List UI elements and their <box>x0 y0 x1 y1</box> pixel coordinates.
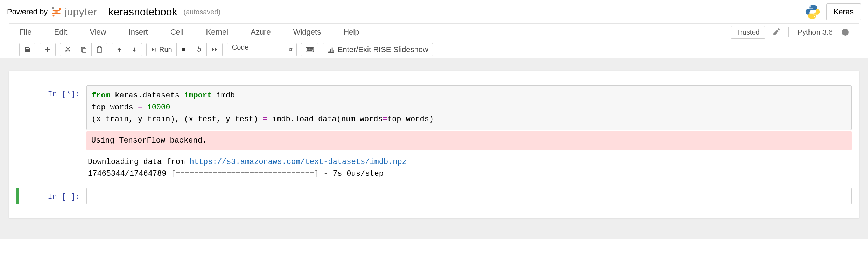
move-down-icon[interactable] <box>127 43 142 56</box>
svg-rect-15 <box>307 50 312 51</box>
run-button[interactable]: Run <box>146 43 177 56</box>
svg-point-2 <box>53 15 55 17</box>
svg-rect-6 <box>83 48 86 52</box>
svg-point-1 <box>59 8 61 10</box>
cell-type-select[interactable]: Code <box>227 43 297 56</box>
svg-rect-12 <box>308 48 309 49</box>
menu-view[interactable]: View <box>90 28 106 37</box>
interrupt-icon[interactable] <box>176 43 191 56</box>
restart-icon[interactable] <box>191 43 207 56</box>
cell-type-value: Code <box>232 43 249 51</box>
kernel-name[interactable]: Python 3.6 <box>798 28 833 36</box>
jupyter-logo[interactable]: jupyter <box>50 6 97 18</box>
notebook-name[interactable]: kerasnotebook <box>108 6 177 18</box>
pencil-icon[interactable] <box>771 27 782 38</box>
menu-file[interactable]: File <box>19 28 31 37</box>
output-stderr: Using TensorFlow backend. <box>86 131 852 150</box>
code-input-area[interactable]: from keras.datasets import imdb top_word… <box>86 85 852 130</box>
output-stdout: Downloading data from https://s3.amazona… <box>86 151 852 185</box>
menu-kernel[interactable]: Kernel <box>206 28 229 37</box>
menu-edit[interactable]: Edit <box>54 28 67 37</box>
add-cell-icon[interactable] <box>40 43 56 56</box>
run-label: Run <box>159 45 172 53</box>
svg-rect-14 <box>312 48 313 49</box>
python-icon <box>805 4 821 20</box>
notebook-page: In [*]: from keras.datasets import imdb … <box>0 58 868 239</box>
autosave-indicator: (autosaved) <box>184 8 221 16</box>
cut-icon[interactable] <box>60 43 76 56</box>
menu-insert[interactable]: Insert <box>129 28 148 37</box>
menubar: File Edit View Insert Cell Kernel Azure … <box>9 23 859 41</box>
svg-rect-11 <box>307 48 308 49</box>
code-cell-selected[interactable]: In [ ]: <box>16 188 852 204</box>
rise-slideshow-button[interactable]: Enter/Exit RISE Slideshow <box>323 43 433 56</box>
notebook-container: In [*]: from keras.datasets import imdb … <box>9 71 859 218</box>
jupyter-icon <box>50 6 62 18</box>
svg-rect-10 <box>306 47 314 52</box>
rise-label: Enter/Exit RISE Slideshow <box>338 45 428 54</box>
menu-widgets[interactable]: Widgets <box>293 28 321 37</box>
svg-rect-9 <box>182 48 186 51</box>
svg-point-4 <box>814 16 815 17</box>
code-cell[interactable]: In [*]: from keras.datasets import imdb … <box>16 85 852 185</box>
powered-by-label: Powered by <box>7 7 48 16</box>
copy-icon[interactable] <box>76 43 92 56</box>
toolbar: Run Code Enter/Exit RISE Slideshow <box>9 41 859 58</box>
code-input-area[interactable] <box>86 188 852 204</box>
svg-rect-13 <box>310 48 311 49</box>
kernel-indicator-icon[interactable] <box>842 29 849 36</box>
separator <box>788 27 789 37</box>
restart-run-all-icon[interactable] <box>206 43 223 56</box>
download-link[interactable]: https://s3.amazonaws.com/text-datasets/i… <box>189 158 407 166</box>
jupyter-label: jupyter <box>64 6 97 18</box>
trusted-button[interactable]: Trusted <box>731 26 765 39</box>
command-palette-icon[interactable] <box>301 43 318 56</box>
menu-azure[interactable]: Azure <box>251 28 271 37</box>
paste-icon[interactable] <box>91 43 107 56</box>
input-prompt: In [ ]: <box>21 188 86 204</box>
move-up-icon[interactable] <box>112 43 127 56</box>
input-prompt: In [*]: <box>16 85 86 185</box>
svg-point-3 <box>810 6 811 7</box>
play-step-icon <box>151 47 156 52</box>
svg-rect-8 <box>98 46 100 48</box>
notebook-header: Powered by jupyter kerasnotebook (autosa… <box>0 0 868 23</box>
keras-button[interactable]: Keras <box>826 3 861 20</box>
save-icon[interactable] <box>19 43 35 56</box>
menu-help[interactable]: Help <box>343 28 359 37</box>
svg-point-0 <box>52 7 54 9</box>
menu-cell[interactable]: Cell <box>170 28 184 37</box>
bar-chart-icon <box>327 46 335 53</box>
